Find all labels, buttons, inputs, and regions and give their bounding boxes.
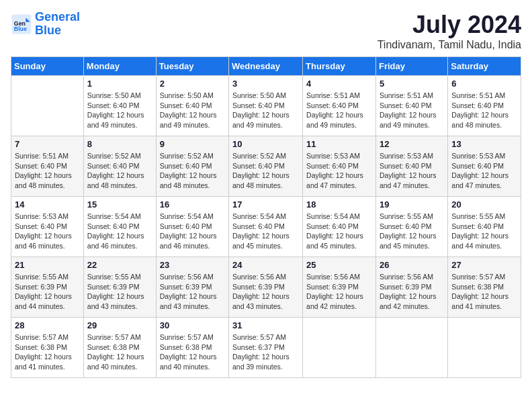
calendar-cell: 14Sunrise: 5:53 AMSunset: 6:40 PMDayligh… <box>11 197 84 257</box>
logo-text: GeneralBlue <box>35 11 80 38</box>
calendar-cell: 22Sunrise: 5:55 AMSunset: 6:39 PMDayligh… <box>83 257 156 318</box>
calendar-cell: 9Sunrise: 5:52 AMSunset: 6:40 PMDaylight… <box>156 136 228 197</box>
calendar-cell: 18Sunrise: 5:54 AMSunset: 6:40 PMDayligh… <box>303 197 376 257</box>
day-info: Sunrise: 5:55 AMSunset: 6:40 PMDaylight:… <box>451 212 517 251</box>
calendar-cell: 29Sunrise: 5:57 AMSunset: 6:38 PMDayligh… <box>83 318 156 378</box>
day-number: 15 <box>87 199 152 210</box>
day-info: Sunrise: 5:56 AMSunset: 6:39 PMDaylight:… <box>380 272 444 312</box>
day-number: 28 <box>15 320 80 330</box>
logo: Gen Blue GeneralBlue <box>11 11 80 38</box>
calendar-cell: 23Sunrise: 5:56 AMSunset: 6:39 PMDayligh… <box>156 257 228 318</box>
day-info: Sunrise: 5:55 AMSunset: 6:40 PMDaylight:… <box>380 212 444 251</box>
calendar-cell: 19Sunrise: 5:55 AMSunset: 6:40 PMDayligh… <box>375 197 447 257</box>
calendar-cell: 13Sunrise: 5:53 AMSunset: 6:40 PMDayligh… <box>448 136 521 197</box>
day-number: 27 <box>451 260 517 270</box>
calendar-cell: 3Sunrise: 5:50 AMSunset: 6:40 PMDaylight… <box>229 76 303 136</box>
calendar-week-row: 21Sunrise: 5:55 AMSunset: 6:39 PMDayligh… <box>11 257 521 318</box>
weekday-header-tuesday: Tuesday <box>156 57 228 76</box>
day-number: 18 <box>306 199 372 210</box>
header: Gen Blue GeneralBlue July 2024 Tindivana… <box>11 11 521 51</box>
calendar-cell: 7Sunrise: 5:51 AMSunset: 6:40 PMDaylight… <box>11 136 84 197</box>
weekday-header-friday: Friday <box>375 57 447 76</box>
title-area: July 2024 Tindivanam, Tamil Nadu, India <box>378 11 521 51</box>
day-info: Sunrise: 5:52 AMSunset: 6:40 PMDaylight:… <box>160 151 225 191</box>
calendar-week-row: 7Sunrise: 5:51 AMSunset: 6:40 PMDaylight… <box>11 136 521 197</box>
calendar-cell: 1Sunrise: 5:50 AMSunset: 6:40 PMDaylight… <box>83 76 156 136</box>
day-number: 5 <box>380 79 444 89</box>
calendar-cell: 28Sunrise: 5:57 AMSunset: 6:38 PMDayligh… <box>11 318 84 378</box>
day-info: Sunrise: 5:57 AMSunset: 6:38 PMDaylight:… <box>451 272 517 312</box>
weekday-header-sunday: Sunday <box>11 57 84 76</box>
day-info: Sunrise: 5:52 AMSunset: 6:40 PMDaylight:… <box>87 151 152 191</box>
svg-text:Blue: Blue <box>14 26 27 32</box>
day-number: 26 <box>380 260 444 270</box>
calendar-cell: 11Sunrise: 5:53 AMSunset: 6:40 PMDayligh… <box>303 136 376 197</box>
logo-icon: Gen Blue <box>11 13 32 35</box>
month-title: July 2024 <box>378 11 521 39</box>
day-number: 22 <box>87 260 152 270</box>
day-info: Sunrise: 5:54 AMSunset: 6:40 PMDaylight:… <box>160 212 225 251</box>
day-info: Sunrise: 5:56 AMSunset: 6:39 PMDaylight:… <box>160 272 225 312</box>
weekday-header-wednesday: Wednesday <box>229 57 303 76</box>
calendar-table: SundayMondayTuesdayWednesdayThursdayFrid… <box>11 56 521 378</box>
calendar-cell: 16Sunrise: 5:54 AMSunset: 6:40 PMDayligh… <box>156 197 228 257</box>
day-number: 14 <box>15 199 80 210</box>
day-number: 1 <box>87 79 152 89</box>
day-number: 2 <box>160 79 225 89</box>
calendar-cell: 30Sunrise: 5:57 AMSunset: 6:38 PMDayligh… <box>156 318 228 378</box>
day-number: 3 <box>232 79 299 89</box>
day-info: Sunrise: 5:57 AMSunset: 6:38 PMDaylight:… <box>87 332 152 372</box>
day-info: Sunrise: 5:52 AMSunset: 6:40 PMDaylight:… <box>232 151 299 191</box>
day-number: 21 <box>15 260 80 270</box>
day-number: 30 <box>160 320 225 330</box>
calendar-cell: 2Sunrise: 5:50 AMSunset: 6:40 PMDaylight… <box>156 76 228 136</box>
day-info: Sunrise: 5:51 AMSunset: 6:40 PMDaylight:… <box>451 91 517 130</box>
calendar-cell: 21Sunrise: 5:55 AMSunset: 6:39 PMDayligh… <box>11 257 84 318</box>
calendar-cell: 10Sunrise: 5:52 AMSunset: 6:40 PMDayligh… <box>229 136 303 197</box>
day-info: Sunrise: 5:50 AMSunset: 6:40 PMDaylight:… <box>232 91 299 130</box>
weekday-header-thursday: Thursday <box>303 57 376 76</box>
day-info: Sunrise: 5:53 AMSunset: 6:40 PMDaylight:… <box>451 151 517 191</box>
day-number: 16 <box>160 199 225 210</box>
location-title: Tindivanam, Tamil Nadu, India <box>378 39 521 51</box>
day-number: 4 <box>306 79 372 89</box>
day-number: 25 <box>306 260 372 270</box>
day-number: 9 <box>160 139 225 149</box>
calendar-week-row: 14Sunrise: 5:53 AMSunset: 6:40 PMDayligh… <box>11 197 521 257</box>
day-number: 10 <box>232 139 299 149</box>
day-info: Sunrise: 5:55 AMSunset: 6:39 PMDaylight:… <box>87 272 152 312</box>
day-info: Sunrise: 5:54 AMSunset: 6:40 PMDaylight:… <box>87 212 152 251</box>
calendar-cell: 31Sunrise: 5:57 AMSunset: 6:37 PMDayligh… <box>229 318 303 378</box>
calendar-cell: 4Sunrise: 5:51 AMSunset: 6:40 PMDaylight… <box>303 76 376 136</box>
calendar-cell: 20Sunrise: 5:55 AMSunset: 6:40 PMDayligh… <box>448 197 521 257</box>
day-info: Sunrise: 5:51 AMSunset: 6:40 PMDaylight:… <box>306 91 372 130</box>
day-info: Sunrise: 5:57 AMSunset: 6:38 PMDaylight:… <box>160 332 225 372</box>
calendar-week-row: 28Sunrise: 5:57 AMSunset: 6:38 PMDayligh… <box>11 318 521 378</box>
day-number: 12 <box>380 139 444 149</box>
day-number: 19 <box>380 199 444 210</box>
day-info: Sunrise: 5:50 AMSunset: 6:40 PMDaylight:… <box>87 91 152 130</box>
calendar-cell: 26Sunrise: 5:56 AMSunset: 6:39 PMDayligh… <box>375 257 447 318</box>
day-info: Sunrise: 5:53 AMSunset: 6:40 PMDaylight:… <box>306 151 372 191</box>
day-number: 17 <box>232 199 299 210</box>
day-info: Sunrise: 5:55 AMSunset: 6:39 PMDaylight:… <box>15 272 80 312</box>
day-info: Sunrise: 5:54 AMSunset: 6:40 PMDaylight:… <box>306 212 372 251</box>
calendar-cell: 12Sunrise: 5:53 AMSunset: 6:40 PMDayligh… <box>375 136 447 197</box>
calendar-cell: 8Sunrise: 5:52 AMSunset: 6:40 PMDaylight… <box>83 136 156 197</box>
calendar-cell: 6Sunrise: 5:51 AMSunset: 6:40 PMDaylight… <box>448 76 521 136</box>
day-info: Sunrise: 5:56 AMSunset: 6:39 PMDaylight:… <box>306 272 372 312</box>
calendar-cell <box>303 318 376 378</box>
day-number: 23 <box>160 260 225 270</box>
calendar-cell <box>375 318 447 378</box>
day-info: Sunrise: 5:53 AMSunset: 6:40 PMDaylight:… <box>15 212 80 251</box>
calendar-cell: 5Sunrise: 5:51 AMSunset: 6:40 PMDaylight… <box>375 76 447 136</box>
day-info: Sunrise: 5:56 AMSunset: 6:39 PMDaylight:… <box>232 272 299 312</box>
day-number: 8 <box>87 139 152 149</box>
weekday-header-monday: Monday <box>83 57 156 76</box>
day-info: Sunrise: 5:54 AMSunset: 6:40 PMDaylight:… <box>232 212 299 251</box>
day-info: Sunrise: 5:57 AMSunset: 6:37 PMDaylight:… <box>232 332 299 372</box>
calendar-cell: 27Sunrise: 5:57 AMSunset: 6:38 PMDayligh… <box>448 257 521 318</box>
day-info: Sunrise: 5:51 AMSunset: 6:40 PMDaylight:… <box>15 151 80 191</box>
calendar-week-row: 1Sunrise: 5:50 AMSunset: 6:40 PMDaylight… <box>11 76 521 136</box>
day-info: Sunrise: 5:50 AMSunset: 6:40 PMDaylight:… <box>160 91 225 130</box>
